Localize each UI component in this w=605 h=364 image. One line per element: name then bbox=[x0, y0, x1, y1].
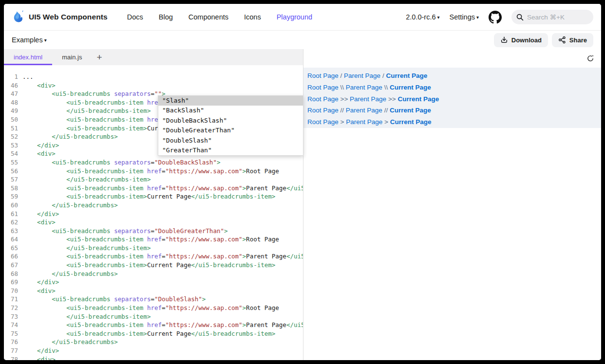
code-text: </ui5-breadcrumbs-item> bbox=[22, 244, 303, 253]
brand[interactable]: UI5 Web Components bbox=[12, 10, 108, 24]
code-line[interactable]: 61 </div> bbox=[4, 210, 303, 218]
line-number: 66 bbox=[4, 252, 22, 261]
code-line[interactable]: 77 </div> bbox=[4, 346, 303, 355]
autocomplete-option[interactable]: "BackSlash" bbox=[158, 106, 303, 115]
line-number: 50 bbox=[4, 115, 22, 124]
autocomplete-option[interactable]: "DoubleSlash" bbox=[158, 136, 303, 146]
search-icon bbox=[516, 14, 524, 21]
code-text: <ui5-breadcrumbs-item href="https://www.… bbox=[22, 252, 303, 261]
code-line[interactable]: 64 <ui5-breadcrumbs-item href="https://w… bbox=[4, 235, 303, 244]
code-line[interactable]: 1... bbox=[4, 73, 303, 81]
code-line[interactable]: 66 <ui5-breadcrumbs-item href="https://w… bbox=[4, 252, 303, 261]
code-text: <ui5-breadcrumbs separators="DoubleSlash… bbox=[22, 295, 303, 304]
line-number: 68 bbox=[4, 270, 22, 278]
breadcrumb-link[interactable]: Root Page bbox=[307, 84, 339, 91]
code-text: <ui5-breadcrumbs-item>Current Page</ui5-… bbox=[22, 261, 303, 270]
code-line[interactable]: 74 <ui5-breadcrumbs-item href="https://w… bbox=[4, 321, 303, 329]
settings-dropdown[interactable]: Settings▾ bbox=[450, 13, 479, 21]
code-line[interactable]: 75 <ui5-breadcrumbs-item>Current Page</u… bbox=[4, 329, 303, 338]
code-line[interactable]: 67 <ui5-breadcrumbs-item>Current Page</u… bbox=[4, 261, 303, 270]
line-number: 54 bbox=[4, 149, 22, 158]
autocomplete-option[interactable]: "DoubleBackSlash" bbox=[158, 116, 303, 126]
tab-index-html[interactable]: index.html bbox=[4, 49, 52, 65]
github-icon[interactable] bbox=[489, 11, 502, 24]
examples-dropdown[interactable]: Examples▾ bbox=[12, 36, 47, 44]
examples-toolbar: Examples▾ Download bbox=[4, 31, 601, 49]
code-line[interactable]: 60 </ui5-breadcrumbs> bbox=[4, 201, 303, 210]
autocomplete-option[interactable]: "DoubleGreaterThan" bbox=[158, 126, 303, 135]
breadcrumb-separator: / bbox=[339, 72, 344, 79]
toolbar-actions: Download Share bbox=[494, 33, 593, 47]
autocomplete-option[interactable]: "Slash" bbox=[158, 96, 303, 106]
breadcrumb-link[interactable]: Parent Page bbox=[346, 84, 382, 91]
line-number: 53 bbox=[4, 141, 22, 150]
code-line[interactable]: 71 <ui5-breadcrumbs separators="DoubleSl… bbox=[4, 295, 303, 304]
preview-pane: Root Page / Parent Page / Current PageRo… bbox=[303, 49, 601, 360]
code-line[interactable]: 62 <div> bbox=[4, 218, 303, 227]
breadcrumb-link[interactable]: Parent Page bbox=[344, 72, 380, 79]
nav-item-docs[interactable]: Docs bbox=[127, 13, 143, 21]
code-text: </ui5-breadcrumbs-item> bbox=[22, 312, 303, 321]
breadcrumb-link[interactable]: Parent Page bbox=[346, 107, 382, 114]
line-number: 62 bbox=[4, 218, 22, 227]
code-text: <ui5-breadcrumbs-item href="https://www.… bbox=[22, 304, 303, 312]
nav-links: Docs Blog Components Icons Playground bbox=[127, 13, 312, 21]
line-number: 59 bbox=[4, 192, 22, 201]
line-number: 78 bbox=[4, 355, 22, 360]
autocomplete-option[interactable]: "GreaterThan" bbox=[158, 146, 303, 155]
tab-main-js[interactable]: main.js bbox=[52, 49, 92, 65]
code-line[interactable]: 56 <ui5-breadcrumbs-item href="https://w… bbox=[4, 167, 303, 176]
code-line[interactable]: 46 <div> bbox=[4, 81, 303, 90]
code-line[interactable]: 59 <ui5-breadcrumbs-item>Current Page</u… bbox=[4, 192, 303, 201]
breadcrumb-link[interactable]: Root Page bbox=[307, 95, 339, 103]
nav-item-blog[interactable]: Blog bbox=[159, 13, 173, 21]
nav-item-components[interactable]: Components bbox=[189, 13, 228, 21]
code-text: <div> bbox=[22, 287, 303, 295]
line-number: 52 bbox=[4, 132, 22, 141]
code-line[interactable]: 69 </div> bbox=[4, 278, 303, 287]
code-line[interactable]: 58 <ui5-breadcrumbs-item href="https://w… bbox=[4, 184, 303, 193]
line-number: 48 bbox=[4, 98, 22, 107]
refresh-icon[interactable] bbox=[586, 55, 594, 62]
code-line[interactable]: 72 <ui5-breadcrumbs-item href="https://w… bbox=[4, 304, 303, 312]
line-number: 67 bbox=[4, 261, 22, 270]
code-line[interactable]: 78 <div> bbox=[4, 355, 303, 360]
add-tab-button[interactable]: + bbox=[92, 49, 107, 65]
code-line[interactable]: 73 </ui5-breadcrumbs-item> bbox=[4, 312, 303, 321]
search-box[interactable] bbox=[511, 10, 593, 24]
autocomplete-dropdown: "Slash""BackSlash""DoubleBackSlash""Doub… bbox=[158, 95, 303, 156]
line-number: 69 bbox=[4, 278, 22, 287]
breadcrumb-link[interactable]: Root Page bbox=[307, 118, 339, 126]
breadcrumb-row: Root Page // Parent Page // Current Page bbox=[307, 105, 601, 116]
line-number: 47 bbox=[4, 90, 22, 98]
code-line[interactable]: 68 </ui5-breadcrumbs> bbox=[4, 270, 303, 278]
search-input[interactable] bbox=[527, 14, 586, 21]
code-line[interactable]: 63 <ui5-breadcrumbs separators="DoubleGr… bbox=[4, 227, 303, 236]
download-button[interactable]: Download bbox=[494, 33, 548, 47]
breadcrumb-link[interactable]: Root Page bbox=[307, 72, 339, 79]
code-text: <ui5-breadcrumbs-item href="https://www.… bbox=[22, 321, 303, 329]
code-text: </ui5-breadcrumbs> bbox=[22, 201, 303, 210]
code-line[interactable]: 65 </ui5-breadcrumbs-item> bbox=[4, 244, 303, 253]
nav-item-icons[interactable]: Icons bbox=[244, 13, 261, 21]
code-line[interactable]: 76 </ui5-breadcrumbs> bbox=[4, 338, 303, 346]
code-text: <ui5-breadcrumbs-item>Current Page</ui5-… bbox=[22, 192, 303, 201]
line-number: 72 bbox=[4, 304, 22, 312]
code-text: ... bbox=[22, 73, 303, 81]
share-button[interactable]: Share bbox=[552, 33, 593, 47]
line-number: 49 bbox=[4, 107, 22, 115]
code-line[interactable]: 57 </ui5-breadcrumbs-item> bbox=[4, 175, 303, 184]
line-number: 65 bbox=[4, 244, 22, 253]
breadcrumb-separator: // bbox=[339, 107, 346, 114]
version-dropdown[interactable]: 2.0.0-rc.6▾ bbox=[406, 13, 439, 21]
code-line[interactable]: 70 <div> bbox=[4, 287, 303, 295]
breadcrumb-current: Current Page bbox=[390, 118, 432, 126]
code-text: <div> bbox=[22, 81, 303, 90]
nav-item-playground[interactable]: Playground bbox=[277, 13, 312, 21]
code-text: <ui5-breadcrumbs-item href="https://www.… bbox=[22, 235, 303, 244]
breadcrumb-link[interactable]: Parent Page bbox=[350, 95, 386, 103]
code-line[interactable]: 55 <ui5-breadcrumbs separators="DoubleBa… bbox=[4, 158, 303, 167]
line-number: 61 bbox=[4, 210, 22, 218]
breadcrumb-link[interactable]: Parent Page bbox=[346, 118, 382, 126]
breadcrumb-link[interactable]: Root Page bbox=[307, 107, 339, 114]
